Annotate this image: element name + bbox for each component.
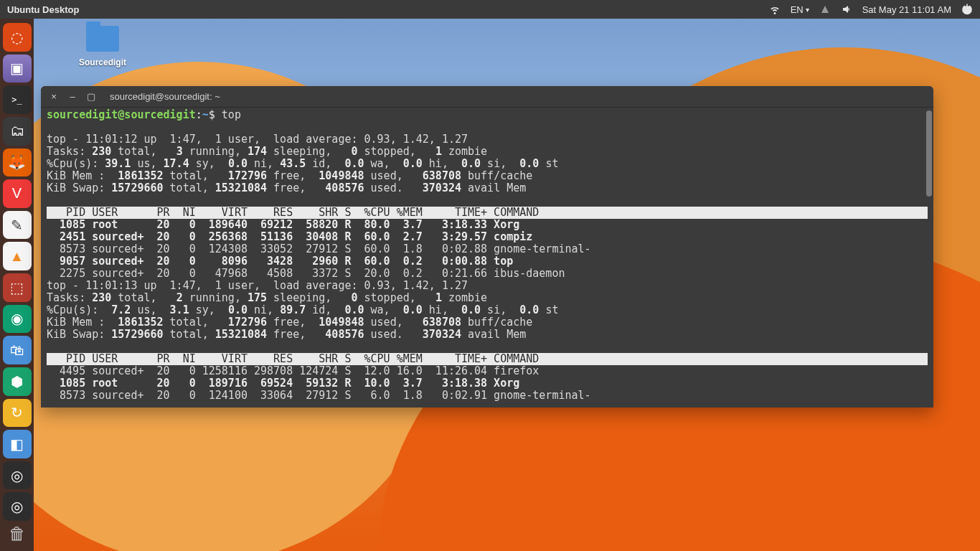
clock[interactable]: Sat May 21 11:01 AM — [862, 4, 951, 15]
close-icon[interactable]: × — [48, 91, 60, 102]
launcher-terminal[interactable]: >_ — [3, 85, 32, 114]
top-summary: top - 11:01:13 up 1:47, 1 user, load ave… — [47, 280, 928, 292]
top-mem: KiB Mem : 1861352 total, 172796 free, 10… — [47, 170, 928, 182]
top-cpu: %Cpu(s): 7.2 us, 3.1 sy, 0.0 ni, 89.7 id… — [47, 304, 928, 316]
process-row: 1085 root 20 0 189716 69524 59132 R 10.0… — [47, 377, 928, 390]
top-summary: top - 11:01:12 up 1:47, 1 user, load ave… — [47, 133, 928, 146]
process-header: PID USER PR NI VIRT RES SHR S %CPU %MEM … — [47, 207, 928, 219]
language-label: EN — [791, 4, 804, 15]
process-row: 4495 sourced+ 20 0 1258116 298708 124724… — [47, 365, 928, 377]
launcher-gedit[interactable]: ✎ — [3, 211, 32, 240]
process-row: 9057 sourced+ 20 0 8096 3428 2960 R 60.0… — [47, 255, 928, 268]
minimize-icon[interactable]: – — [67, 91, 78, 102]
blank — [47, 341, 928, 353]
launcher-dash[interactable]: ◌ — [3, 23, 32, 52]
top-tasks: Tasks: 230 total, 2 running, 175 sleepin… — [47, 292, 928, 304]
desktop-folder-label: Sourcedigit — [79, 57, 126, 67]
launcher-trash[interactable]: 🗑 — [9, 524, 26, 544]
launcher: ◌ ▣ >_ 🗂 🦊 V ✎ ▲ ⬚ ◉ 🛍 ⬢ ↻ ◧ ◎ ◎ 🗑 — [0, 19, 34, 551]
process-row: 1085 root 20 0 189640 69212 58820 R 80.0… — [47, 219, 928, 231]
language-indicator[interactable]: EN▾ — [791, 4, 809, 15]
power-icon[interactable] — [961, 4, 973, 15]
launcher-updater[interactable]: ↻ — [3, 399, 32, 428]
terminal-window: × – ▢ sourcedigit@sourcedigit: ~ sourced… — [41, 86, 933, 408]
launcher-firefox[interactable]: 🦊 — [3, 149, 32, 177]
activities-label[interactable]: Ubuntu Desktop — [7, 4, 79, 15]
launcher-disk-1[interactable]: ◎ — [3, 461, 32, 490]
scrollbar[interactable] — [926, 110, 932, 197]
launcher-vivaldi[interactable]: V — [3, 179, 32, 208]
launcher-archive[interactable]: ⬚ — [3, 273, 32, 302]
process-row: 2275 sourced+ 20 0 47968 4508 3372 S 20.… — [47, 268, 928, 280]
launcher-filemgr[interactable]: 🗂 — [3, 117, 32, 146]
maximize-icon[interactable]: ▢ — [85, 91, 97, 102]
terminal-content[interactable]: sourcedigit@sourcedigit:~$ top top - 11:… — [41, 108, 933, 408]
clock-label: Sat May 21 11:01 AM — [862, 4, 951, 15]
launcher-settings[interactable]: ⬢ — [3, 367, 32, 396]
process-row: 8573 sourced+ 20 0 124308 33052 27912 S … — [47, 243, 928, 255]
network-icon[interactable] — [819, 4, 831, 15]
folder-icon — [86, 26, 119, 52]
top-mem: KiB Mem : 1861352 total, 172796 free, 10… — [47, 316, 928, 329]
process-row: 2451 sourced+ 20 0 256368 51136 30408 R … — [47, 231, 928, 243]
top-cpu: %Cpu(s): 39.1 us, 17.4 sy, 0.0 ni, 43.5 … — [47, 158, 928, 170]
desktop-folder[interactable]: Sourcedigit — [72, 26, 133, 67]
top-tasks: Tasks: 230 total, 3 running, 174 sleepin… — [47, 146, 928, 158]
launcher-software[interactable]: 🛍 — [3, 336, 32, 364]
prompt-line: sourcedigit@sourcedigit:~$ top — [47, 109, 928, 121]
wifi-icon[interactable] — [769, 4, 781, 15]
launcher-screenshot[interactable]: ◉ — [3, 305, 32, 334]
process-header: PID USER PR NI VIRT RES SHR S %CPU %MEM … — [47, 353, 928, 365]
launcher-files[interactable]: ▣ — [3, 55, 32, 83]
process-row: 8573 sourced+ 20 0 124100 33064 27912 S … — [47, 390, 928, 402]
launcher-app[interactable]: ◧ — [3, 430, 32, 458]
volume-icon[interactable] — [841, 4, 852, 15]
blank — [47, 121, 928, 133]
top-swap: KiB Swap: 15729660 total, 15321084 free,… — [47, 329, 928, 341]
top-panel: Ubuntu Desktop EN▾ Sat May 21 11:01 AM — [0, 0, 980, 19]
top-swap: KiB Swap: 15729660 total, 15321084 free,… — [47, 182, 928, 194]
terminal-title: sourcedigit@sourcedigit: ~ — [110, 91, 220, 102]
blank — [47, 194, 928, 207]
launcher-vlc[interactable]: ▲ — [3, 242, 32, 270]
terminal-titlebar[interactable]: × – ▢ sourcedigit@sourcedigit: ~ — [41, 86, 933, 108]
launcher-disk-2[interactable]: ◎ — [3, 492, 32, 521]
